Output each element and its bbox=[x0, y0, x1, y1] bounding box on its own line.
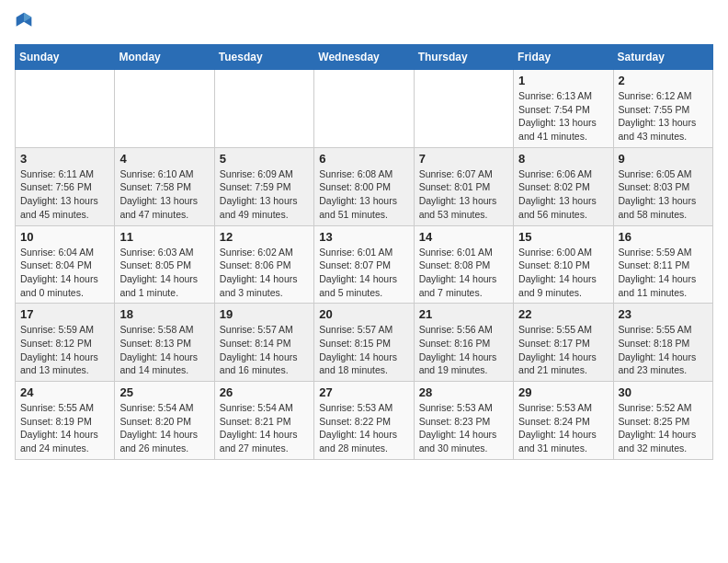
day-number: 29 bbox=[518, 385, 608, 399]
day-info: Sunrise: 6:08 AM Sunset: 8:00 PM Dayligh… bbox=[319, 167, 408, 222]
calendar-cell: 13Sunrise: 6:01 AM Sunset: 8:07 PM Dayli… bbox=[314, 225, 414, 304]
day-info: Sunrise: 5:55 AM Sunset: 8:18 PM Dayligh… bbox=[619, 323, 708, 377]
calendar-cell: 10Sunrise: 6:04 AM Sunset: 8:04 PM Dayli… bbox=[16, 225, 115, 304]
day-number: 2 bbox=[619, 74, 708, 87]
calendar-day-header: Sunday bbox=[16, 45, 115, 70]
day-number: 11 bbox=[119, 230, 209, 244]
calendar-cell: 26Sunrise: 5:54 AM Sunset: 8:21 PM Dayli… bbox=[214, 382, 313, 460]
day-number: 17 bbox=[20, 307, 109, 321]
day-number: 16 bbox=[619, 230, 708, 244]
calendar-cell: 7Sunrise: 6:07 AM Sunset: 8:01 PM Daylig… bbox=[414, 147, 513, 225]
calendar-cell: 14Sunrise: 6:01 AM Sunset: 8:08 PM Dayli… bbox=[414, 225, 513, 304]
day-info: Sunrise: 5:57 AM Sunset: 8:15 PM Dayligh… bbox=[319, 323, 408, 377]
day-number: 26 bbox=[220, 385, 309, 399]
calendar-cell bbox=[115, 70, 214, 148]
day-info: Sunrise: 5:56 AM Sunset: 8:16 PM Dayligh… bbox=[419, 323, 508, 377]
calendar-cell: 5Sunrise: 6:09 AM Sunset: 7:59 PM Daylig… bbox=[214, 147, 313, 225]
calendar-cell: 27Sunrise: 5:53 AM Sunset: 8:22 PM Dayli… bbox=[314, 382, 414, 460]
calendar-day-header: Tuesday bbox=[214, 45, 313, 70]
day-info: Sunrise: 5:57 AM Sunset: 8:14 PM Dayligh… bbox=[220, 323, 309, 377]
day-number: 25 bbox=[119, 385, 209, 399]
calendar-cell: 20Sunrise: 5:57 AM Sunset: 8:15 PM Dayli… bbox=[314, 304, 414, 382]
calendar-cell: 12Sunrise: 6:02 AM Sunset: 8:06 PM Dayli… bbox=[214, 225, 313, 304]
calendar-cell: 25Sunrise: 5:54 AM Sunset: 8:20 PM Dayli… bbox=[115, 382, 214, 460]
calendar-cell bbox=[16, 70, 115, 148]
calendar-cell: 6Sunrise: 6:08 AM Sunset: 8:00 PM Daylig… bbox=[314, 147, 414, 225]
day-info: Sunrise: 5:54 AM Sunset: 8:21 PM Dayligh… bbox=[220, 401, 309, 455]
calendar-day-header: Monday bbox=[115, 45, 214, 70]
calendar-cell bbox=[314, 70, 414, 148]
day-number: 23 bbox=[619, 307, 708, 321]
calendar-cell: 30Sunrise: 5:52 AM Sunset: 8:25 PM Dayli… bbox=[613, 382, 712, 460]
logo-icon bbox=[15, 11, 33, 29]
calendar-day-header: Friday bbox=[514, 45, 613, 70]
calendar-cell: 9Sunrise: 6:05 AM Sunset: 8:03 PM Daylig… bbox=[613, 147, 712, 225]
calendar-week-row: 1Sunrise: 6:13 AM Sunset: 7:54 PM Daylig… bbox=[16, 70, 713, 148]
day-number: 19 bbox=[220, 307, 309, 321]
day-number: 28 bbox=[419, 385, 508, 399]
day-info: Sunrise: 5:58 AM Sunset: 8:13 PM Dayligh… bbox=[119, 323, 209, 377]
day-info: Sunrise: 6:06 AM Sunset: 8:02 PM Dayligh… bbox=[518, 167, 608, 222]
calendar-cell: 2Sunrise: 6:12 AM Sunset: 7:55 PM Daylig… bbox=[613, 70, 712, 148]
calendar-week-row: 10Sunrise: 6:04 AM Sunset: 8:04 PM Dayli… bbox=[16, 225, 713, 304]
day-number: 9 bbox=[619, 152, 708, 166]
day-info: Sunrise: 6:01 AM Sunset: 8:07 PM Dayligh… bbox=[319, 246, 408, 300]
calendar-cell: 11Sunrise: 6:03 AM Sunset: 8:05 PM Dayli… bbox=[115, 225, 214, 304]
day-info: Sunrise: 6:09 AM Sunset: 7:59 PM Dayligh… bbox=[220, 167, 309, 222]
day-number: 14 bbox=[419, 230, 508, 244]
day-info: Sunrise: 6:11 AM Sunset: 7:56 PM Dayligh… bbox=[20, 167, 109, 222]
day-info: Sunrise: 5:59 AM Sunset: 8:12 PM Dayligh… bbox=[20, 323, 109, 377]
calendar-cell: 19Sunrise: 5:57 AM Sunset: 8:14 PM Dayli… bbox=[214, 304, 313, 382]
calendar-cell: 24Sunrise: 5:55 AM Sunset: 8:19 PM Dayli… bbox=[16, 382, 115, 460]
day-info: Sunrise: 6:03 AM Sunset: 8:05 PM Dayligh… bbox=[119, 246, 209, 300]
day-info: Sunrise: 6:00 AM Sunset: 8:10 PM Dayligh… bbox=[518, 246, 608, 300]
day-info: Sunrise: 6:12 AM Sunset: 7:55 PM Dayligh… bbox=[619, 89, 708, 144]
calendar-week-row: 24Sunrise: 5:55 AM Sunset: 8:19 PM Dayli… bbox=[16, 382, 713, 460]
day-info: Sunrise: 6:07 AM Sunset: 8:01 PM Dayligh… bbox=[419, 167, 508, 222]
day-info: Sunrise: 5:53 AM Sunset: 8:24 PM Dayligh… bbox=[518, 401, 608, 455]
logo bbox=[15, 15, 37, 33]
day-info: Sunrise: 5:53 AM Sunset: 8:23 PM Dayligh… bbox=[419, 401, 508, 455]
calendar-header-row: SundayMondayTuesdayWednesdayThursdayFrid… bbox=[16, 45, 713, 70]
calendar-cell: 16Sunrise: 5:59 AM Sunset: 8:11 PM Dayli… bbox=[613, 225, 712, 304]
day-info: Sunrise: 6:01 AM Sunset: 8:08 PM Dayligh… bbox=[419, 246, 508, 300]
calendar-cell: 18Sunrise: 5:58 AM Sunset: 8:13 PM Dayli… bbox=[115, 304, 214, 382]
day-info: Sunrise: 6:05 AM Sunset: 8:03 PM Dayligh… bbox=[619, 167, 708, 222]
calendar-cell: 8Sunrise: 6:06 AM Sunset: 8:02 PM Daylig… bbox=[514, 147, 613, 225]
page-header bbox=[15, 15, 713, 33]
day-info: Sunrise: 5:53 AM Sunset: 8:22 PM Dayligh… bbox=[319, 401, 408, 455]
calendar-day-header: Saturday bbox=[613, 45, 712, 70]
day-number: 13 bbox=[319, 230, 408, 244]
day-info: Sunrise: 6:02 AM Sunset: 8:06 PM Dayligh… bbox=[220, 246, 309, 300]
calendar-cell: 29Sunrise: 5:53 AM Sunset: 8:24 PM Dayli… bbox=[514, 382, 613, 460]
day-number: 3 bbox=[20, 152, 109, 166]
day-number: 7 bbox=[419, 152, 508, 166]
calendar-week-row: 17Sunrise: 5:59 AM Sunset: 8:12 PM Dayli… bbox=[16, 304, 713, 382]
day-number: 1 bbox=[518, 74, 608, 87]
day-number: 4 bbox=[119, 152, 209, 166]
day-info: Sunrise: 6:10 AM Sunset: 7:58 PM Dayligh… bbox=[119, 167, 209, 222]
day-info: Sunrise: 5:55 AM Sunset: 8:19 PM Dayligh… bbox=[20, 401, 109, 455]
day-number: 18 bbox=[119, 307, 209, 321]
calendar-cell: 4Sunrise: 6:10 AM Sunset: 7:58 PM Daylig… bbox=[115, 147, 214, 225]
calendar-cell: 17Sunrise: 5:59 AM Sunset: 8:12 PM Dayli… bbox=[16, 304, 115, 382]
day-info: Sunrise: 5:55 AM Sunset: 8:17 PM Dayligh… bbox=[518, 323, 608, 377]
day-number: 30 bbox=[619, 385, 708, 399]
calendar-cell: 22Sunrise: 5:55 AM Sunset: 8:17 PM Dayli… bbox=[514, 304, 613, 382]
day-number: 21 bbox=[419, 307, 508, 321]
calendar-day-header: Thursday bbox=[414, 45, 513, 70]
calendar-day-header: Wednesday bbox=[314, 45, 414, 70]
day-number: 22 bbox=[518, 307, 608, 321]
calendar-cell: 23Sunrise: 5:55 AM Sunset: 8:18 PM Dayli… bbox=[613, 304, 712, 382]
day-number: 6 bbox=[319, 152, 408, 166]
day-number: 8 bbox=[518, 152, 608, 166]
day-info: Sunrise: 5:52 AM Sunset: 8:25 PM Dayligh… bbox=[619, 401, 708, 455]
day-info: Sunrise: 5:54 AM Sunset: 8:20 PM Dayligh… bbox=[119, 401, 209, 455]
day-info: Sunrise: 6:13 AM Sunset: 7:54 PM Dayligh… bbox=[518, 89, 608, 144]
calendar-table: SundayMondayTuesdayWednesdayThursdayFrid… bbox=[15, 44, 713, 460]
calendar-cell bbox=[214, 70, 313, 148]
day-info: Sunrise: 6:04 AM Sunset: 8:04 PM Dayligh… bbox=[20, 246, 109, 300]
day-number: 27 bbox=[319, 385, 408, 399]
calendar-cell: 28Sunrise: 5:53 AM Sunset: 8:23 PM Dayli… bbox=[414, 382, 513, 460]
day-info: Sunrise: 5:59 AM Sunset: 8:11 PM Dayligh… bbox=[619, 246, 708, 300]
